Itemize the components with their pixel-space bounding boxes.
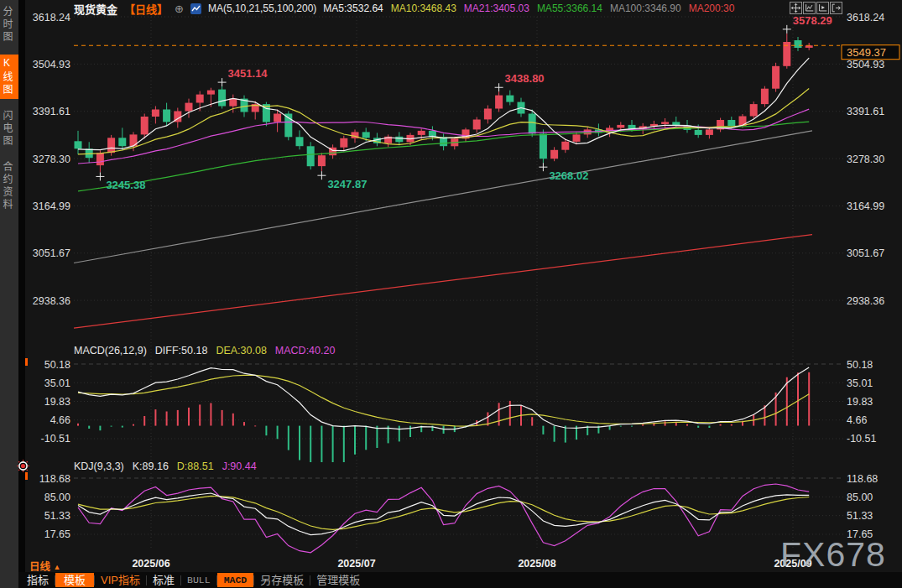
toolbar-item-4[interactable]: 标准 — [147, 573, 180, 587]
kdj-label-row: KDJ(9,3,3) K:89.16 D:88.51 J:90.44 — [74, 461, 257, 473]
add-indicator-icon[interactable]: ⊕ — [175, 3, 184, 15]
macd-dea-value: DEA:30.08 — [216, 345, 266, 357]
svg-text:3618.24: 3618.24 — [847, 12, 884, 23]
svg-text:3504.93: 3504.93 — [33, 59, 70, 70]
macd-macd-value: MACD:40.20 — [275, 345, 336, 357]
ma-params: MA(5,10,21,55,100,200) — [208, 3, 316, 14]
bottom-toolbar: 指标模板VIP指标标准BULLMACD另存模板管理模板 — [18, 572, 902, 588]
svg-text:118.68: 118.68 — [847, 473, 878, 485]
ma-value-5: MA100:3346.90 — [610, 3, 681, 14]
svg-text:50.18: 50.18 — [847, 359, 873, 371]
toolbar-item-5[interactable]: BULL — [181, 573, 216, 587]
svg-text:3051.67: 3051.67 — [847, 247, 884, 259]
svg-text:3618.24: 3618.24 — [33, 12, 70, 23]
price-annotation: 3247.87 — [327, 178, 367, 190]
price-annotation: 3451.14 — [228, 67, 269, 80]
toolbar-item-2[interactable]: 模板 — [55, 573, 94, 587]
svg-text:35.01: 35.01 — [847, 377, 873, 389]
chart-type-icon[interactable] — [190, 3, 201, 14]
svg-text:3504.93: 3504.93 — [847, 59, 884, 70]
axis-indicator-icon[interactable] — [816, 2, 829, 14]
period-tag: 【日线】 — [124, 1, 168, 16]
svg-text:51.33: 51.33 — [44, 510, 70, 522]
ma-value-6: MA200:30 — [689, 3, 735, 14]
svg-text:3164.99: 3164.99 — [847, 200, 884, 212]
svg-text:3278.30: 3278.30 — [847, 154, 884, 165]
ma-value-3: MA21:3405.03 — [464, 3, 529, 14]
sidebar: 分时图K线图闪电图合约资料 — [0, 0, 18, 588]
svg-text:118.68: 118.68 — [39, 473, 70, 485]
svg-text:17.65: 17.65 — [44, 528, 70, 540]
svg-text:19.83: 19.83 — [847, 396, 873, 408]
sidebar-tab-2[interactable]: K线图 — [0, 55, 18, 99]
period-selector-label: 日线 — [29, 561, 50, 573]
pan-icon[interactable] — [790, 2, 802, 14]
svg-text:3278.30: 3278.30 — [33, 154, 70, 165]
axis-scale-icon[interactable] — [803, 2, 816, 14]
kdj-k-value: K:89.16 — [133, 461, 169, 473]
svg-text:50.18: 50.18 — [44, 359, 70, 371]
sidebar-tab-1[interactable]: 分时图 — [0, 3, 18, 46]
macd-title: MACD(26,12,9) — [74, 345, 147, 357]
toolbar-item-6[interactable]: MACD — [217, 573, 254, 587]
live-indicator-icon — [17, 460, 29, 476]
svg-text:2938.36: 2938.36 — [847, 295, 884, 307]
kdj-d-value: D:88.51 — [177, 461, 214, 473]
svg-text:3391.61: 3391.61 — [847, 106, 884, 117]
chart-tool-icons — [790, 2, 842, 14]
last-price-value: 3549.37 — [847, 46, 886, 59]
svg-text:4.66: 4.66 — [847, 414, 867, 426]
svg-text:35.01: 35.01 — [44, 377, 70, 389]
toolbar-item-3[interactable]: VIP指标 — [95, 573, 146, 587]
topbar-ma-values: MA5:3532.64MA10:3468.43MA21:3405.03MA55:… — [323, 3, 734, 14]
svg-text:-10.51: -10.51 — [41, 433, 70, 445]
sidebar-tab-3[interactable]: 闪电图 — [0, 107, 18, 150]
svg-text:4.66: 4.66 — [50, 414, 70, 426]
price-annotation: 3245.38 — [106, 179, 145, 191]
svg-text:-10.51: -10.51 — [847, 433, 876, 445]
svg-text:2938.36: 2938.36 — [33, 295, 70, 307]
sidebar-tab-4[interactable]: 合约资料 — [0, 159, 18, 214]
svg-text:3391.61: 3391.61 — [33, 106, 70, 117]
sidebar-divider — [18, 0, 25, 588]
app-window: 分时图K线图闪电图合约资料 现货黄金 【日线】 ⊕ MA(5,10,21,55,… — [0, 0, 902, 588]
time-axis-label: 2025/06 — [132, 558, 169, 570]
svg-text:51.33: 51.33 — [847, 510, 873, 522]
main-chart[interactable]: 3618.243618.243504.933504.933391.613391.… — [25, 0, 902, 570]
price-annotation: 3268.02 — [549, 169, 588, 182]
time-axis-label: 2025/07 — [337, 558, 375, 570]
macd-label-row: MACD(26,12,9) DIFF:50.18 DEA:30.08 MACD:… — [74, 345, 335, 357]
time-axis-label: 2025/08 — [518, 558, 555, 570]
svg-text:3164.99: 3164.99 — [33, 200, 70, 212]
svg-text:19.83: 19.83 — [44, 396, 70, 408]
kdj-title: KDJ(9,3,3) — [74, 461, 124, 473]
ma-value-2: MA10:3468.43 — [391, 3, 456, 14]
svg-text:85.00: 85.00 — [44, 492, 70, 503]
toolbar-item-7[interactable]: 另存模板 — [254, 573, 310, 587]
toolbar-item-8[interactable]: 管理模板 — [310, 573, 366, 587]
candlesticks — [75, 34, 813, 173]
watermark: FX678 — [780, 535, 886, 575]
time-axis: 日线 ▲ 2025/062025/072025/082025/09 — [25, 554, 902, 572]
topbar: 现货黄金 【日线】 ⊕ MA(5,10,21,55,100,200) MA5:3… — [74, 1, 783, 16]
price-annotation: 3578.29 — [793, 14, 832, 27]
toolbar-item-1[interactable]: 指标 — [21, 573, 55, 587]
symbol-title: 现货黄金 — [74, 1, 117, 16]
exit-chart-icon[interactable] — [830, 2, 842, 14]
price-annotation: 3438.80 — [505, 72, 545, 85]
svg-text:3051.67: 3051.67 — [33, 247, 70, 259]
macd-diff-value: DIFF:50.18 — [155, 345, 208, 357]
svg-text:85.00: 85.00 — [847, 492, 873, 503]
triangle-up-icon: ▲ — [54, 563, 61, 571]
kdj-j-value: J:90.44 — [222, 461, 257, 473]
ma-value-1: MA5:3532.64 — [323, 3, 383, 14]
ma-value-4: MA55:3366.14 — [537, 3, 602, 14]
